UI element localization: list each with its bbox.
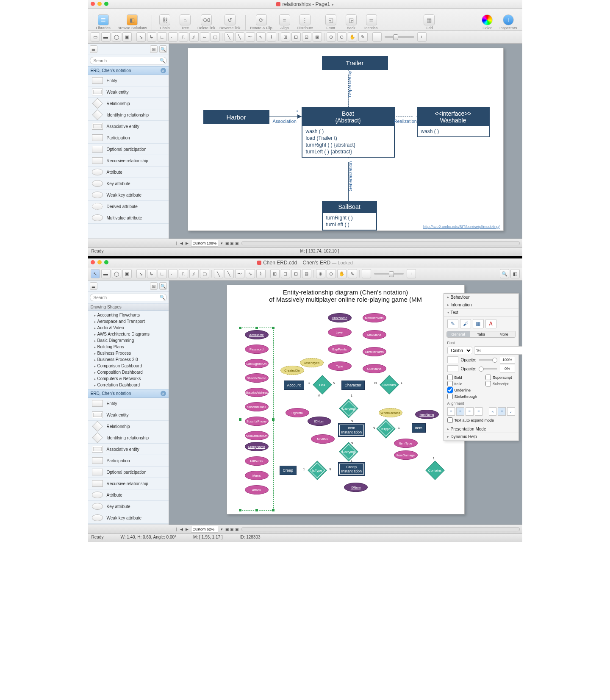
ribbon-delete-link[interactable]: ⌫Delete link (197, 14, 216, 30)
align-left[interactable]: ≡ (447, 407, 455, 416)
stencil-item[interactable]: Entity (88, 398, 169, 409)
tool-ellipse[interactable]: ◯ (112, 269, 121, 278)
source-url[interactable]: http://sce2.umkc.edu/BIT/burrise/pl/mode… (423, 225, 500, 229)
zoom-slider[interactable] (385, 36, 414, 38)
uml-boat[interactable]: Boat{Abstract} wash ( ) load (Trailer t)… (302, 107, 395, 158)
uml-washable[interactable]: <<interface>>Washable wash ( ) (417, 107, 490, 137)
zoom-button[interactable] (104, 260, 108, 264)
attr-sbscrbrname[interactable]: SbscrbrName (245, 373, 269, 383)
ribbon-identical[interactable]: ≣Identical (363, 14, 380, 30)
tab-general[interactable]: General (447, 331, 470, 337)
tool-zoom-out[interactable]: ⊖ (337, 32, 347, 42)
attr-level[interactable]: Level (328, 328, 352, 337)
attr-type[interactable]: Type (328, 361, 352, 371)
ent-creep[interactable]: Creep (280, 466, 297, 475)
align-center[interactable]: ≡ (456, 407, 464, 416)
attr-itemtype[interactable]: ItemType (394, 439, 418, 448)
stencil-item[interactable]: Weak key attribute (88, 189, 169, 201)
ribbon-chain[interactable]: ⛓Chain (156, 14, 174, 30)
stencil-item[interactable]: Attribute (88, 489, 169, 501)
tool-zone-1[interactable]: ⊞ (281, 32, 290, 42)
insp-behaviour[interactable]: Behaviour (444, 294, 518, 301)
stencil-item[interactable]: Relationship (88, 421, 169, 432)
chk-sub[interactable]: Subscript (485, 381, 512, 386)
ribbon-align[interactable]: ≡Align (276, 14, 294, 30)
attr-attack[interactable]: Attack (245, 485, 269, 494)
rel-istype2[interactable]: IsType (308, 461, 326, 479)
font-size-input[interactable] (474, 346, 522, 355)
library-tree-item[interactable]: Audio & Video (88, 325, 169, 331)
library-tree-item[interactable]: Basic Diagramming (88, 337, 169, 344)
tool-c3[interactable]: ∟ (158, 269, 167, 278)
tool-conn-6[interactable]: ⎎ (189, 32, 199, 42)
zoom-plus-2[interactable]: + (407, 269, 416, 278)
minimize-button[interactable] (97, 260, 102, 264)
stencil-item[interactable]: Identifying relationship (88, 109, 169, 121)
stencil-item[interactable]: Relationship (88, 98, 169, 109)
tool-ellipse[interactable]: ◯ (112, 32, 121, 42)
tool-conn-5[interactable]: ⎍ (179, 32, 188, 42)
tool-block[interactable]: ▣ (122, 269, 132, 278)
rel-carrying[interactable]: Carrying (340, 400, 358, 417)
stencil-header-2[interactable]: ERD, Chen's notation × (88, 389, 169, 398)
attr-idnum[interactable]: IDNum (308, 417, 331, 426)
attr-whencreated[interactable]: WhenCreated (379, 408, 402, 417)
attr-lastplayed[interactable]: LastPlayed (300, 358, 324, 367)
search-input[interactable] (90, 57, 167, 64)
attr-hitpoints[interactable]: HitPoints (245, 456, 269, 466)
ribbon-tree[interactable]: ⌂Tree (176, 14, 194, 30)
stencil-item[interactable]: Associative entity (88, 444, 169, 455)
library-tree-item[interactable]: Business Process 2.0 (88, 356, 169, 363)
attr-acctcreatedon[interactable]: AcctCreatedOn (245, 431, 269, 440)
attr-rgninfo[interactable]: RgnInfo (286, 408, 309, 417)
tool-rect[interactable]: ▬ (101, 269, 111, 278)
font-select[interactable]: Calibri (447, 347, 472, 354)
attr-maxhitpoints[interactable]: MaxHitPoints (363, 313, 386, 322)
tool-hand[interactable]: ✋ (337, 269, 347, 278)
chk-auto-expand[interactable]: Text auto expand mode (447, 417, 515, 423)
tool-line-1[interactable]: ╲ (225, 32, 234, 42)
tool-conn-1[interactable]: ↘ (136, 32, 146, 42)
chk-underline[interactable]: Underline (447, 387, 477, 393)
attr-password[interactable]: Password (245, 344, 269, 354)
color-swatch-2[interactable] (447, 365, 458, 372)
close-button[interactable] (91, 2, 95, 6)
tab-tabs[interactable]: Tabs (470, 331, 493, 337)
zoom-field-2[interactable] (191, 526, 218, 533)
tool-conn-4[interactable]: ⌐ (168, 32, 177, 42)
panel-grid-icon[interactable]: ⊞ (150, 282, 158, 290)
stencil-item[interactable]: Entity (88, 75, 169, 86)
canvas-2[interactable]: Entity-relationship diagram (Chen's nota… (169, 281, 522, 525)
stencil-header[interactable]: ERD, Chen's notation × (88, 66, 169, 75)
tool-line-4[interactable]: ∿ (256, 32, 266, 42)
tool-eyedropper[interactable]: ✎ (358, 32, 368, 42)
tool-z3[interactable]: ⊡ (291, 269, 301, 278)
attr-itemname[interactable]: ItemName (415, 410, 439, 419)
rel-contains2[interactable]: Contains (426, 461, 444, 479)
tool-inspector-search[interactable]: 🔍 (500, 269, 509, 278)
zoom-minus[interactable]: − (372, 32, 382, 42)
minimize-button[interactable] (97, 2, 102, 6)
hscroll-2[interactable] (241, 527, 520, 531)
ribbon-rotate[interactable]: ⟳Rotate & Flip (250, 14, 273, 30)
attr-lastsignedon[interactable]: LastSignedOn (245, 359, 269, 368)
tool-z4[interactable]: ⊠ (302, 269, 311, 278)
tool-c2[interactable]: ↳ (147, 269, 156, 278)
stencil-close-icon[interactable]: × (161, 68, 166, 73)
attr-currhitpoints[interactable]: CurrHitPoints (363, 347, 386, 356)
fmt-text-icon[interactable]: A (485, 319, 496, 328)
opacity-val-1[interactable]: 100% (500, 356, 515, 364)
tool-conn-8[interactable]: ▢ (211, 32, 220, 42)
library-tree-item[interactable]: Composition Dashboard (88, 369, 169, 375)
attr-sbscrbrphone[interactable]: SbscrbrPhone (245, 417, 269, 426)
stencil-item[interactable]: Attribute (88, 167, 169, 178)
uml-sailboat[interactable]: SailBoat turnRight ( ) turnLeft ( ) (322, 201, 377, 231)
panel-search-icon[interactable]: 🔍 (159, 45, 167, 53)
align-right[interactable]: ≡ (466, 407, 474, 416)
page-prev-2[interactable]: ◀ (180, 527, 183, 531)
ribbon-color[interactable]: Color (478, 14, 496, 30)
ribbon-front[interactable]: ◱Front (322, 14, 340, 30)
tool-inspector-toggle[interactable]: ◧ (510, 269, 520, 278)
chk-italic[interactable]: Italic (447, 381, 477, 386)
attr-charname[interactable]: CharName (328, 313, 352, 322)
